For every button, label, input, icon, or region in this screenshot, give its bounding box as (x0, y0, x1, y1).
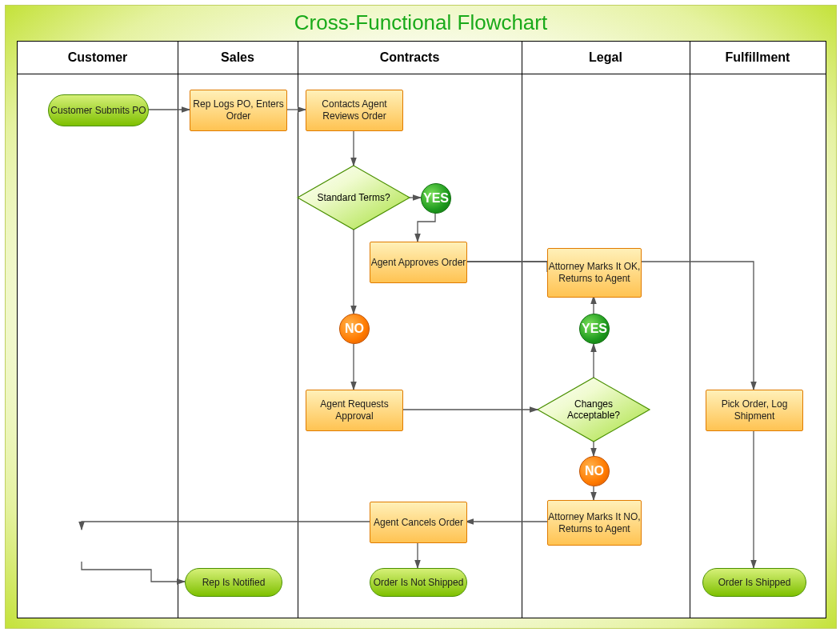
pool: Customer Sales Contracts Legal Fulfillme… (17, 41, 826, 618)
branch-no-2: NO (579, 456, 610, 486)
diagram-title: Cross-Functional Flowchart (6, 10, 836, 35)
lane-customer: Customer (18, 42, 178, 618)
lane-header-sales: Sales (178, 42, 298, 74)
process-agent-request: Agent Requests Approval (306, 390, 403, 431)
branch-no-1: NO (339, 314, 370, 344)
process-agent-cancel: Agent Cancels Order (370, 502, 467, 543)
process-agent-review: Contacts Agent Reviews Order (306, 90, 403, 131)
lane-header-fulfillment: Fulfillment (690, 42, 826, 74)
lane-fulfillment: Fulfillment (690, 42, 826, 618)
start-node: Customer Submits PO (48, 94, 149, 126)
lane-header-customer: Customer (18, 42, 178, 74)
diagram-frame: Cross-Functional Flowchart Customer Sale… (5, 5, 837, 629)
process-pick-order: Pick Order, Log Shipment (706, 390, 803, 431)
lane-header-contracts: Contracts (298, 42, 522, 74)
branch-yes-2: YES (579, 314, 610, 344)
flow-junction (75, 530, 88, 562)
branch-yes-1: YES (421, 183, 451, 214)
lane-header-legal: Legal (522, 42, 690, 74)
process-agent-approve: Agent Approves Order (370, 242, 467, 283)
end-not-shipped: Order Is Not Shipped (370, 568, 467, 597)
end-rep-notified: Rep Is Notified (185, 568, 282, 597)
process-attorney-ok: Attorney Marks It OK, Returns to Agent (547, 248, 642, 298)
process-attorney-no: Attorney Marks It NO, Returns to Agent (547, 500, 642, 546)
process-rep-logs: Rep Logs PO, Enters Order (190, 90, 287, 131)
end-shipped: Order Is Shipped (702, 568, 806, 597)
